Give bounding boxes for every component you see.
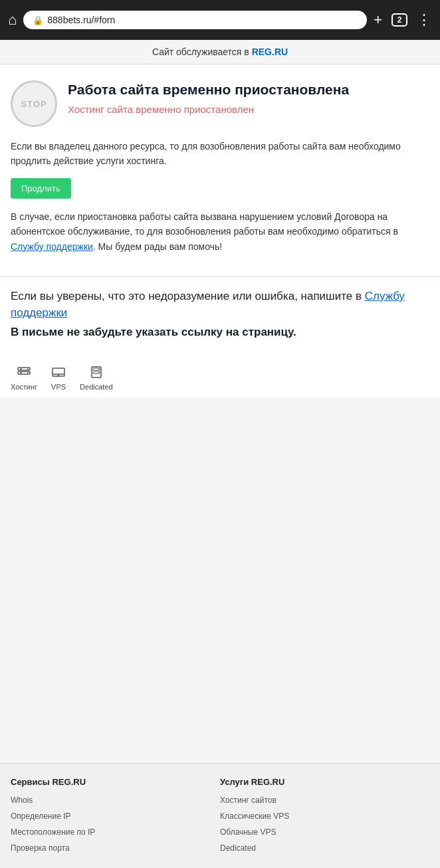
stop-block: STOP Работа сайта временно приостановлен… xyxy=(11,80,429,127)
reg-link[interactable]: REG.RU xyxy=(252,47,288,57)
gray-spacer xyxy=(0,397,440,763)
footer-link-classic-vps[interactable]: Классические VPS xyxy=(220,810,429,821)
main-heading: Работа сайта временно приостановлена xyxy=(68,80,349,98)
stop-icon: STOP xyxy=(11,80,57,127)
service-icons-row: Хостинг VPS xyxy=(0,354,440,397)
prolong-button[interactable]: Продлить xyxy=(11,178,71,199)
main-content: STOP Работа сайта временно приостановлен… xyxy=(0,64,440,276)
support-link[interactable]: Службу поддержки xyxy=(11,241,93,252)
browser-actions: + 2 ⋮ xyxy=(374,11,432,29)
service-item-hosting[interactable]: Хостинг xyxy=(11,364,37,391)
bottom-msg-before: Если вы уверены, что это недоразумение и… xyxy=(11,290,365,302)
lock-icon: 🔒 xyxy=(33,15,43,25)
dedicated-icon xyxy=(88,364,104,380)
footer: Сервисы REG.RU Whois Определение IP Мест… xyxy=(0,763,440,868)
vps-label: VPS xyxy=(51,383,66,391)
browser-chrome: ⌂ 🔒 888bets.ru/#forn + 2 ⋮ xyxy=(0,0,440,40)
service-item-dedicated[interactable]: Dedicated xyxy=(80,364,113,391)
address-bar[interactable]: 🔒 888bets.ru/#forn xyxy=(23,11,367,29)
footer-col2-list: Хостинг сайтов Классические VPS Облачные… xyxy=(220,794,429,853)
footer-link-dedicated[interactable]: Dedicated xyxy=(220,841,429,853)
bottom-message-section: Если вы уверены, что это недоразумение и… xyxy=(0,276,440,354)
svg-point-2 xyxy=(27,368,29,370)
home-icon[interactable]: ⌂ xyxy=(8,11,17,29)
bottom-msg-line2: В письме не забудьте указать ссылку на с… xyxy=(11,324,429,340)
support-text-before: В случае, если приостановка работы сайта… xyxy=(11,211,398,237)
new-tab-icon[interactable]: + xyxy=(374,11,382,29)
svg-point-14 xyxy=(98,372,100,373)
hosting-icon xyxy=(16,364,32,380)
stop-text: Работа сайта временно приостановлена Хос… xyxy=(68,80,349,116)
footer-col-products: Услуги REG.RU Хостинг сайтов Классически… xyxy=(220,777,429,857)
tabs-count[interactable]: 2 xyxy=(391,13,407,27)
footer-link-ip[interactable]: Определение IP xyxy=(11,810,220,821)
dedicated-label: Dedicated xyxy=(80,383,113,391)
support-text-after: . Мы будем рады вам помочь! xyxy=(93,241,222,252)
footer-link-cloud-vps[interactable]: Облачные VPS xyxy=(220,825,429,837)
banner-text: Сайт обслуживается в xyxy=(152,47,252,57)
svg-point-3 xyxy=(27,372,29,374)
footer-link-hosting[interactable]: Хостинг сайтов xyxy=(220,794,429,806)
footer-col-services: Сервисы REG.RU Whois Определение IP Мест… xyxy=(11,777,220,857)
hosting-label: Хостинг xyxy=(11,383,37,391)
footer-columns: Сервисы REG.RU Whois Определение IP Мест… xyxy=(11,777,429,857)
service-item-vps[interactable]: VPS xyxy=(51,364,66,391)
menu-icon[interactable]: ⋮ xyxy=(417,11,432,29)
svg-point-13 xyxy=(98,368,100,370)
subtitle: Хостинг сайта временно приостановлен xyxy=(68,102,349,116)
page-wrapper: Сайт обслуживается в REG.RU STOP Работа … xyxy=(0,40,440,868)
url-text: 888bets.ru/#forn xyxy=(47,15,358,25)
bottom-msg-line1: Если вы уверены, что это недоразумение и… xyxy=(11,288,429,322)
reg-banner: Сайт обслуживается в REG.RU xyxy=(0,40,440,64)
info-paragraph-1: Если вы владелец данного ресурса, то для… xyxy=(11,139,429,169)
footer-link-whois[interactable]: Whois xyxy=(11,794,220,806)
footer-col1-title: Сервисы REG.RU xyxy=(11,777,220,787)
footer-link-port[interactable]: Проверка порта xyxy=(11,841,220,853)
footer-link-geo[interactable]: Местоположение по IP xyxy=(11,825,220,837)
support-paragraph: В случае, если приостановка работы сайта… xyxy=(11,209,429,254)
vps-icon xyxy=(51,364,66,380)
footer-col2-title: Услуги REG.RU xyxy=(220,777,429,787)
footer-col1-list: Whois Определение IP Местоположение по I… xyxy=(11,794,220,853)
